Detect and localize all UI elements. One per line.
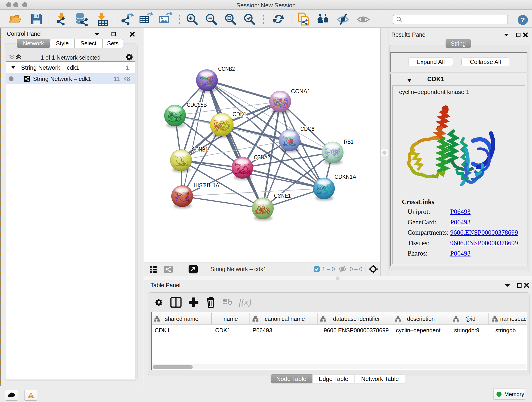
svg-text:CCNA2: CCNA2 [254,154,270,161]
svg-text:database identifier: database identifier [333,316,380,322]
svg-text:CCNE1: CCNE1 [274,192,291,199]
svg-text:name: name [224,316,238,322]
svg-text:canonical name: canonical name [265,316,305,322]
svg-text:0 – 0: 0 – 0 [350,266,362,272]
svg-text:CCNA1: CCNA1 [291,88,310,95]
svg-text:@id: @id [465,316,476,322]
svg-text:description: description [407,316,435,322]
svg-text:1 – 0: 1 – 0 [322,266,335,272]
svg-text:CDC6: CDC6 [300,125,314,132]
svg-text:shared name: shared name [165,316,198,322]
svg-text:namespac: namespac [500,316,526,322]
svg-text:CCNB1: CCNB1 [192,146,208,153]
svg-text:String Network – cdk1: String Network – cdk1 [210,266,266,272]
svg-text:f(x): f(x) [239,297,252,307]
svg-text:RB1: RB1 [344,138,354,145]
svg-text:CCNB2: CCNB2 [218,65,235,72]
svg-text:HIST1H1A: HIST1H1A [194,182,220,189]
svg-text:?: ? [521,16,525,24]
svg-text:CDK1: CDK1 [233,111,247,118]
svg-text:CDC25B: CDC25B [187,101,207,108]
svg-text:CDKN1A: CDKN1A [335,173,356,180]
